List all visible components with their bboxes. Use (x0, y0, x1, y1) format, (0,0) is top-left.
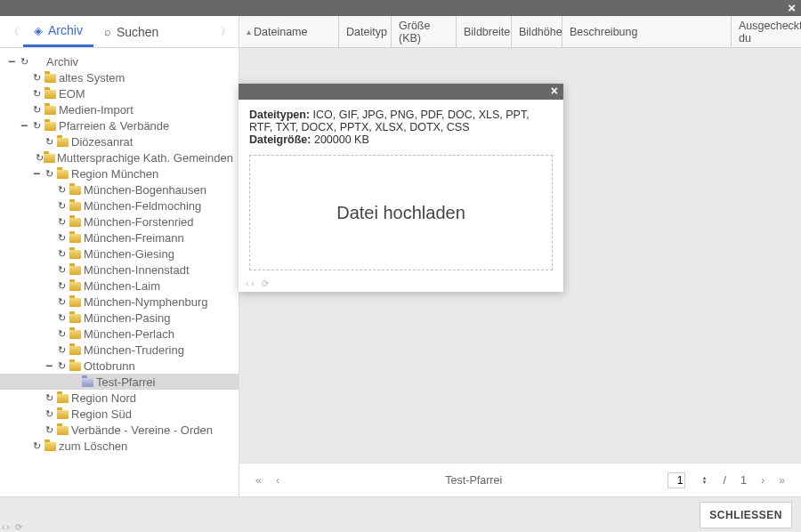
folder-tree[interactable]: −↻Archiv↻altes System↻EOM↻Medien-Import−… (0, 48, 239, 496)
refresh-icon[interactable]: ↻ (43, 392, 55, 404)
stack-icon: ◈ (34, 24, 43, 37)
refresh-icon[interactable]: ↻ (36, 152, 44, 164)
col-beschreibung[interactable]: Beschreibung (562, 16, 732, 47)
folder-icon (68, 327, 82, 340)
refresh-icon[interactable]: ↻ (30, 88, 43, 100)
tree-item-label: Verbände - Vereine - Orden (69, 423, 213, 437)
tree-item-label: München-Giesing (82, 247, 174, 261)
tree-item[interactable]: −↻Archiv (0, 53, 239, 69)
expand-icon[interactable]: − (18, 119, 30, 132)
refresh-icon[interactable]: ↻ (55, 216, 68, 228)
refresh-icon[interactable]: ↻ (55, 200, 68, 212)
tree-item[interactable]: ↻München-Giesing (0, 246, 239, 262)
tree-item[interactable]: ↻Muttersprachige Kath. Gemeinden (0, 149, 239, 165)
tree-item[interactable]: ↻altes System (0, 69, 239, 85)
tree-item[interactable]: ↻München-Feldmoching (0, 197, 239, 214)
folder-icon (68, 359, 82, 372)
tree-item[interactable]: ↻München-Forstenried (0, 214, 239, 230)
tree-item-label: München-Feldmoching (82, 199, 201, 213)
tree-item[interactable]: −↻Region München (0, 165, 239, 181)
refresh-icon[interactable]: ↻ (55, 296, 68, 308)
tab-archiv[interactable]: ◈ Archiv (23, 16, 93, 47)
tree-item[interactable]: ↻München-Laim (0, 278, 239, 294)
folder-icon (68, 295, 82, 308)
refresh-icon[interactable]: ↻ (55, 248, 68, 260)
tree-item[interactable]: −↻Ottobrunn (0, 358, 239, 374)
col-bildhoehe[interactable]: Bildhöhe (512, 16, 562, 47)
tree-item-label: München-Trudering (82, 343, 184, 357)
folder-icon (43, 439, 57, 452)
tabs-prev-icon[interactable]: 〈 (4, 25, 23, 38)
folder-icon (68, 311, 82, 324)
refresh-icon[interactable]: ↻ (30, 72, 43, 84)
tree-item-label: München-Forstenried (82, 215, 194, 229)
folder-icon (55, 423, 69, 436)
tree-item[interactable]: ↻Diözesanrat (0, 133, 239, 149)
modal-status-icons: ‹› ⟳ (246, 278, 271, 288)
pager-next-icon[interactable]: › (761, 474, 765, 487)
tree-item[interactable]: ↻München-Perlach (0, 326, 239, 342)
col-dateiname[interactable]: Dateiname (239, 16, 339, 47)
filesize-label: Dateigröße: (249, 133, 311, 146)
pager-stepper[interactable]: ▲▼ (701, 476, 707, 485)
tree-item-label: Muttersprachige Kath. Gemeinden (55, 151, 233, 165)
refresh-icon[interactable]: ↻ (30, 120, 43, 132)
tree-item[interactable]: ↻München-Trudering (0, 342, 239, 358)
tree-item[interactable]: ↻zum Löschen (0, 438, 239, 454)
refresh-icon[interactable]: ↻ (18, 56, 30, 68)
tree-item[interactable]: ↻EOM (0, 85, 239, 101)
tree-item[interactable]: ↻Medien-Import (0, 101, 239, 117)
window-titlebar: × (0, 0, 801, 16)
tree-item[interactable]: ↻München-Freimann (0, 230, 239, 246)
pager-page-input[interactable] (668, 472, 685, 488)
refresh-icon[interactable]: ↻ (55, 232, 68, 244)
expand-icon[interactable]: − (5, 55, 18, 68)
refresh-icon[interactable]: ↻ (55, 328, 68, 340)
col-dateityp[interactable]: Dateityp (339, 16, 392, 47)
refresh-icon[interactable]: ↻ (43, 408, 55, 420)
folder-icon (43, 103, 57, 116)
close-button[interactable]: SCHLIESSEN (700, 502, 792, 528)
tree-item-label: München-Innenstadt (82, 263, 190, 277)
refresh-icon[interactable]: ↻ (30, 440, 43, 452)
refresh-icon[interactable]: ↻ (43, 136, 55, 148)
tree-item[interactable]: Test-Pfarrei (0, 374, 239, 390)
close-icon[interactable]: × (788, 0, 796, 15)
modal-body: Dateitypen: ICO, GIF, JPG, PNG, PDF, DOC… (239, 100, 563, 292)
refresh-icon[interactable]: ↻ (55, 264, 68, 276)
refresh-icon[interactable]: ↻ (55, 344, 68, 356)
tree-item[interactable]: ↻München-Innenstadt (0, 262, 239, 278)
folder-icon (80, 375, 94, 388)
tree-item[interactable]: −↻Pfarreien & Verbände (0, 117, 239, 133)
folder-icon (55, 167, 69, 180)
tree-item[interactable]: ↻München-Pasing (0, 310, 239, 326)
tree-item-label: Ottobrunn (82, 359, 135, 373)
tabs-next-icon[interactable]: 〉 (215, 25, 235, 38)
expand-icon[interactable]: − (30, 167, 43, 180)
modal-close-icon[interactable]: × (551, 84, 558, 98)
pager-first-icon[interactable]: « (255, 474, 262, 487)
tree-item[interactable]: ↻Verbände - Vereine - Orden (0, 422, 239, 438)
tree-item[interactable]: ↻München-Nymphenburg (0, 294, 239, 310)
refresh-icon[interactable]: ↻ (43, 168, 55, 180)
tree-item-label: zum Löschen (57, 439, 127, 453)
folder-icon (68, 199, 82, 212)
filetypes-line: Dateitypen: ICO, GIF, JPG, PNG, PDF, DOC… (249, 109, 553, 133)
col-bildbreite[interactable]: Bildbreite (457, 16, 512, 47)
col-ausgecheckt[interactable]: Ausgecheckt du (732, 16, 801, 47)
tree-item[interactable]: ↻München-Bogenhausen (0, 181, 239, 197)
expand-icon[interactable]: − (43, 359, 55, 372)
refresh-icon[interactable]: ↻ (43, 424, 55, 436)
tree-item[interactable]: ↻Region Süd (0, 406, 239, 422)
search-icon: ⌕ (104, 25, 111, 38)
refresh-icon[interactable]: ↻ (55, 312, 68, 324)
pager-last-icon[interactable]: » (779, 474, 785, 487)
refresh-icon[interactable]: ↻ (55, 184, 68, 196)
upload-dropzone[interactable]: Datei hochladen (249, 155, 553, 270)
tab-suchen[interactable]: ⌕ Suchen (93, 16, 169, 47)
refresh-icon[interactable]: ↻ (55, 360, 68, 372)
tree-item[interactable]: ↻Region Nord (0, 390, 239, 406)
refresh-icon[interactable]: ↻ (55, 280, 68, 292)
refresh-icon[interactable]: ↻ (30, 104, 43, 116)
col-groesse[interactable]: Größe (KB) (392, 16, 457, 47)
